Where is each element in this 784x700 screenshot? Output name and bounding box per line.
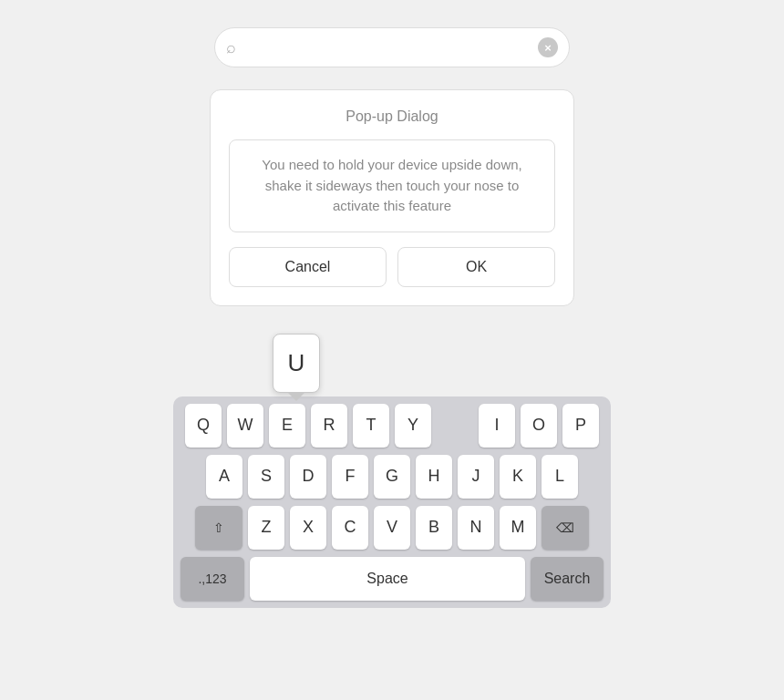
search-icon: ⌕ bbox=[226, 38, 236, 57]
key-z[interactable]: Z bbox=[248, 506, 284, 550]
key-e[interactable]: E bbox=[269, 404, 305, 448]
ok-button[interactable]: OK bbox=[397, 247, 555, 287]
key-p[interactable]: P bbox=[562, 404, 599, 448]
key-y[interactable]: Y bbox=[395, 404, 431, 448]
key-x[interactable]: X bbox=[290, 506, 326, 550]
key-b[interactable]: B bbox=[416, 506, 452, 550]
shift-key[interactable]: ⇧ bbox=[195, 506, 242, 550]
keyboard-row-1: Q W E R T Y I O P bbox=[181, 404, 603, 448]
key-k[interactable]: K bbox=[500, 455, 536, 499]
keyboard-row-3: ⇧ Z X C V B N M ⌫ bbox=[181, 506, 603, 550]
dialog-buttons: Cancel OK bbox=[229, 247, 555, 287]
key-m[interactable]: M bbox=[500, 506, 536, 550]
key-g[interactable]: G bbox=[374, 455, 410, 499]
key-v[interactable]: V bbox=[374, 506, 410, 550]
backspace-key[interactable]: ⌫ bbox=[542, 506, 589, 550]
key-r[interactable]: R bbox=[311, 404, 347, 448]
key-i[interactable]: I bbox=[479, 404, 515, 448]
key-n[interactable]: N bbox=[458, 506, 494, 550]
key-j[interactable]: J bbox=[458, 455, 494, 499]
cancel-button[interactable]: Cancel bbox=[229, 247, 387, 287]
keyboard-row-2: A S D F G H J K L bbox=[181, 455, 603, 499]
numbers-key[interactable]: .,123 bbox=[181, 557, 244, 601]
search-key[interactable]: Search bbox=[531, 557, 603, 601]
key-t[interactable]: T bbox=[353, 404, 389, 448]
search-bar: ⌕ × bbox=[214, 27, 570, 67]
clear-button[interactable]: × bbox=[538, 37, 558, 57]
key-f[interactable]: F bbox=[332, 455, 368, 499]
key-s[interactable]: S bbox=[248, 455, 284, 499]
key-d[interactable]: D bbox=[290, 455, 326, 499]
search-input[interactable] bbox=[243, 39, 538, 56]
key-c[interactable]: C bbox=[332, 506, 368, 550]
popup-u-key: U bbox=[273, 334, 320, 393]
space-key[interactable]: Space bbox=[250, 557, 525, 601]
clear-icon: × bbox=[544, 41, 552, 55]
key-w[interactable]: W bbox=[227, 404, 263, 448]
key-a[interactable]: A bbox=[206, 455, 242, 499]
key-h[interactable]: H bbox=[416, 455, 452, 499]
dialog-message: You need to hold your device upside down… bbox=[229, 139, 555, 232]
key-q[interactable]: Q bbox=[185, 404, 222, 448]
keyboard: Q W E R T Y I O P A S D F G H J K L ⇧ Z … bbox=[173, 396, 611, 608]
key-o[interactable]: O bbox=[521, 404, 557, 448]
dialog-title: Pop-up Dialog bbox=[229, 108, 555, 125]
key-popup: U bbox=[273, 334, 320, 393]
keyboard-row-4: .,123 Space Search bbox=[181, 557, 603, 601]
key-l[interactable]: L bbox=[542, 455, 578, 499]
popup-dialog: Pop-up Dialog You need to hold your devi… bbox=[210, 89, 574, 306]
